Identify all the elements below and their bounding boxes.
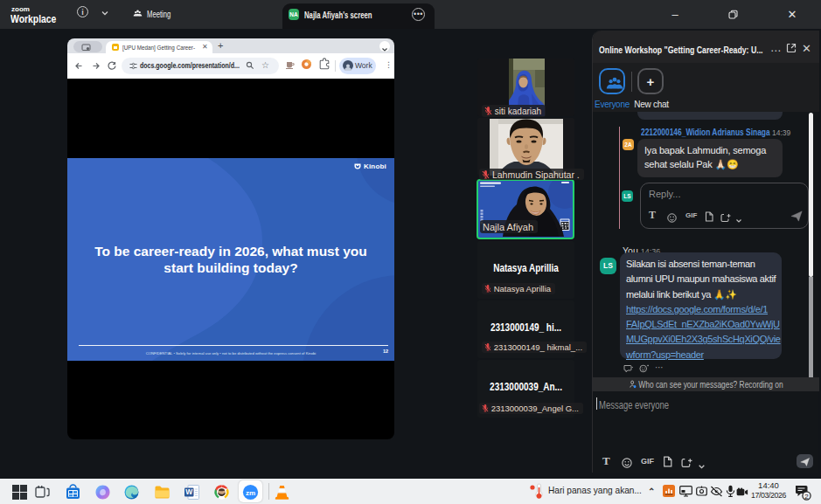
svg-text:zm: zm bbox=[246, 489, 255, 497]
svg-text:W: W bbox=[185, 487, 193, 496]
svg-text:2: 2 bbox=[804, 493, 809, 501]
